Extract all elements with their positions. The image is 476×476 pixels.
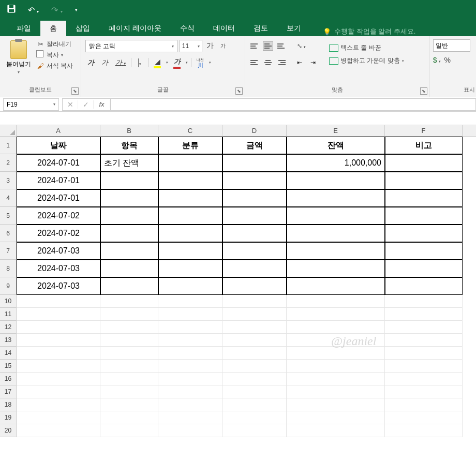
orientation-button[interactable]: ⤡ ▾ — [297, 42, 306, 50]
cell[interactable] — [222, 424, 287, 437]
cell[interactable] — [17, 347, 100, 360]
cell[interactable] — [158, 411, 222, 424]
cell[interactable]: 2024-07-01 — [17, 154, 100, 172]
cell[interactable] — [100, 172, 158, 189]
tab-page-layout[interactable]: 페이지 레이아웃 — [99, 21, 171, 36]
cell[interactable] — [100, 398, 158, 411]
underline-button[interactable]: 가 ▾ — [113, 57, 128, 68]
cell[interactable] — [385, 295, 463, 308]
cell[interactable] — [287, 207, 385, 225]
cell[interactable] — [158, 172, 222, 189]
align-center-button[interactable] — [263, 58, 273, 67]
cell[interactable] — [17, 385, 100, 398]
cell[interactable] — [385, 207, 463, 225]
cell[interactable] — [385, 360, 463, 373]
increase-indent-button[interactable]: ⇥ — [310, 59, 321, 66]
cell[interactable] — [222, 385, 287, 398]
cell[interactable] — [287, 172, 385, 189]
font-color-button[interactable]: 가 — [171, 56, 183, 70]
paste-button[interactable]: 붙여넣기 ▾ — [4, 39, 33, 81]
align-right-button[interactable] — [276, 58, 287, 67]
cell[interactable] — [385, 189, 463, 207]
cell[interactable] — [100, 242, 158, 260]
row-header[interactable]: 11 — [0, 308, 17, 321]
cell[interactable] — [287, 295, 385, 308]
cell[interactable] — [100, 277, 158, 295]
cell[interactable] — [17, 308, 100, 321]
currency-button[interactable]: $ ▾ — [433, 56, 441, 64]
tab-data[interactable]: 데이터 — [204, 21, 244, 36]
cell[interactable] — [17, 373, 100, 385]
undo-button[interactable]: ↶ ▾ — [25, 4, 42, 16]
cell[interactable] — [158, 334, 222, 347]
cell[interactable] — [385, 385, 463, 398]
cell[interactable] — [287, 373, 385, 385]
cell[interactable] — [158, 308, 222, 321]
cell[interactable] — [158, 373, 222, 385]
cell[interactable] — [17, 360, 100, 373]
cell[interactable] — [100, 424, 158, 437]
insert-function-button[interactable]: fx — [94, 100, 110, 108]
cell[interactable] — [158, 277, 222, 295]
cancel-formula-button[interactable]: ✕ — [63, 100, 78, 109]
cell[interactable] — [222, 321, 287, 334]
tab-formulas[interactable]: 수식 — [171, 21, 204, 36]
cell-header-c[interactable]: 분류 — [158, 137, 222, 154]
cell[interactable] — [385, 347, 463, 360]
row-header[interactable]: 3 — [0, 172, 17, 189]
cell[interactable] — [222, 308, 287, 321]
italic-button[interactable]: 가 — [99, 57, 110, 68]
cell[interactable] — [222, 225, 287, 242]
cell[interactable] — [222, 154, 287, 172]
cell[interactable] — [385, 424, 463, 437]
cell[interactable] — [287, 225, 385, 242]
row-header[interactable]: 5 — [0, 207, 17, 225]
format-painter-button[interactable]: 🖌서식 복사 — [35, 61, 74, 71]
cell[interactable] — [17, 321, 100, 334]
cell[interactable] — [17, 398, 100, 411]
cell[interactable] — [158, 154, 222, 172]
cell[interactable] — [385, 321, 463, 334]
align-left-button[interactable] — [249, 58, 260, 67]
row-header[interactable]: 4 — [0, 189, 17, 207]
cell[interactable] — [287, 260, 385, 277]
select-all-corner[interactable] — [0, 125, 17, 136]
cell-header-d[interactable]: 금액 — [222, 137, 287, 154]
cell[interactable] — [287, 424, 385, 437]
row-header[interactable]: 20 — [0, 424, 17, 437]
cell[interactable] — [17, 295, 100, 308]
cell[interactable] — [287, 385, 385, 398]
col-header-c[interactable]: C — [158, 125, 222, 136]
cell[interactable] — [385, 308, 463, 321]
tab-file[interactable]: 파일 — [7, 21, 40, 36]
col-header-d[interactable]: D — [222, 125, 287, 136]
cell[interactable] — [222, 360, 287, 373]
row-header[interactable]: 12 — [0, 321, 17, 334]
clipboard-launcher[interactable]: ⬊ — [71, 87, 79, 95]
cell[interactable] — [222, 295, 287, 308]
row-header[interactable]: 13 — [0, 334, 17, 347]
cell[interactable]: 2024-07-01 — [17, 172, 100, 189]
cell[interactable] — [100, 334, 158, 347]
cell[interactable] — [100, 373, 158, 385]
cell-header-b[interactable]: 항목 — [100, 137, 158, 154]
cell[interactable] — [222, 242, 287, 260]
row-header[interactable]: 7 — [0, 242, 17, 260]
row-header[interactable]: 19 — [0, 411, 17, 424]
cell[interactable] — [222, 373, 287, 385]
cell[interactable] — [158, 207, 222, 225]
cell[interactable] — [385, 411, 463, 424]
merge-center-button[interactable]: 병합하고 가운데 맞춤 ▾ — [328, 56, 405, 66]
tab-view[interactable]: 보기 — [277, 21, 310, 36]
tell-me[interactable]: 💡 수행할 작업을 알려 주세요. — [323, 27, 415, 36]
cell[interactable] — [158, 360, 222, 373]
row-header[interactable]: 8 — [0, 260, 17, 277]
cell[interactable] — [222, 277, 287, 295]
cell[interactable] — [222, 260, 287, 277]
row-header[interactable]: 18 — [0, 398, 17, 411]
cell[interactable] — [100, 385, 158, 398]
cell[interactable] — [222, 207, 287, 225]
cell[interactable] — [287, 308, 385, 321]
row-header[interactable]: 9 — [0, 277, 17, 295]
row-header[interactable]: 10 — [0, 295, 17, 308]
